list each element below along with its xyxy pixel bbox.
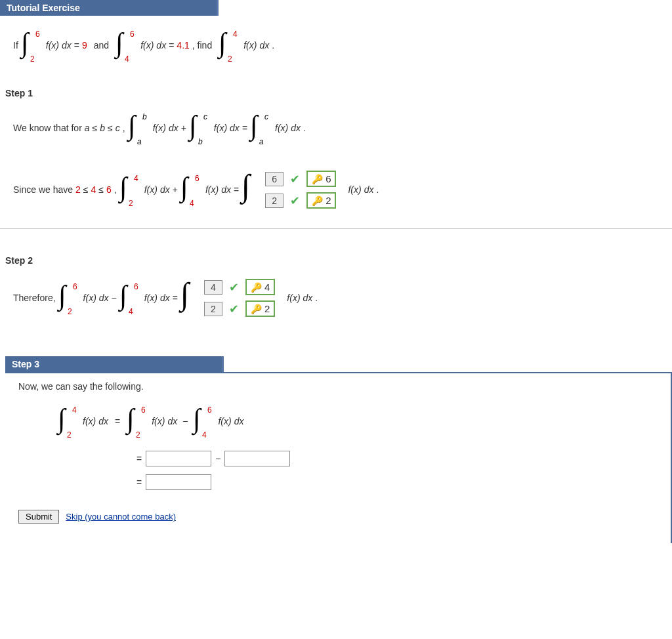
upper-bound: 6 — [130, 30, 135, 39]
period: . — [272, 40, 274, 51]
minus: − — [112, 293, 117, 303]
eq: = — [169, 40, 174, 51]
svg-text:∫: ∫ — [191, 403, 202, 436]
answer-upper: 4 — [204, 280, 222, 295]
svg-text:∫: ∫ — [187, 110, 198, 142]
submit-button[interactable]: Submit — [18, 510, 59, 524]
fx: f(x) — [348, 184, 361, 195]
integral-icon: ∫ 4 2 — [219, 29, 241, 62]
upper-bound: 4 — [233, 30, 238, 39]
lower-bound: 4 — [125, 54, 129, 64]
step3-title: Step 3 — [12, 359, 39, 369]
fx: f(x) — [144, 184, 158, 195]
svg-text:∫: ∫ — [248, 110, 259, 142]
lower-bound: 2 — [67, 430, 72, 440]
upper-bound: 4 — [72, 405, 77, 415]
upper-bound: 6 — [73, 282, 77, 291]
svg-text:∫: ∫ — [178, 276, 191, 313]
answer-lower: 2 — [265, 194, 284, 208]
upper-bound: 4 — [134, 174, 138, 183]
step3-eq2: = − — [136, 451, 658, 466]
step2-title: Step 2 — [5, 255, 659, 266]
tutorial-title: Tutorial Exercise — [7, 3, 80, 13]
upper-bound: 6 — [141, 405, 146, 415]
text-find: , find — [192, 40, 212, 51]
integral-icon: ∫ c b — [189, 112, 211, 144]
step1-title: Step 1 — [5, 88, 659, 98]
period: . — [315, 293, 318, 303]
svg-text:∫: ∫ — [217, 28, 228, 60]
text-if: If — [13, 40, 18, 51]
svg-text:∫: ∫ — [178, 172, 190, 204]
key-icon: 🔑 — [312, 174, 323, 184]
n6: 6 — [106, 184, 112, 195]
check-icon: ✔ — [229, 302, 239, 316]
key-val: 4 — [264, 281, 270, 293]
input-value2[interactable] — [224, 451, 290, 466]
fx: f(x) — [83, 416, 96, 426]
dx: dx — [156, 40, 166, 51]
b: b — [100, 123, 105, 133]
integral-icon: ∫ 6 4 — [193, 405, 215, 438]
svg-text:∫: ∫ — [117, 172, 129, 204]
step3-line1: Now, we can say the following. — [18, 381, 658, 392]
key-val: 2 — [264, 303, 270, 314]
step1-line2: Since we have 2 ≤ 4 ≤ 6 , ∫ 4 2 f(x) dx … — [13, 171, 659, 209]
upper-bound: 6 — [195, 174, 200, 183]
eq: = — [115, 416, 120, 426]
dx: dx — [167, 416, 177, 426]
key-val: 2 — [326, 195, 331, 206]
integral-icon: ∫ 6 2 — [21, 29, 43, 62]
fx: f(x) — [46, 40, 59, 51]
integral-icon: ∫ — [180, 279, 196, 316]
upper-bound: 6 — [207, 405, 212, 415]
fx: f(x) — [218, 416, 231, 426]
check-icon: ✔ — [229, 280, 239, 295]
svg-text:∫: ∫ — [117, 280, 129, 312]
step3-header: Step 3 — [5, 356, 224, 372]
eq: = — [136, 477, 142, 487]
upper-bound: 6 — [134, 282, 138, 291]
key-icon: 🔑 — [251, 304, 262, 314]
svg-text:∫: ∫ — [19, 28, 30, 60]
n4: 4 — [91, 184, 96, 195]
fx: f(x) — [144, 293, 158, 303]
integral-icon: ∫ c a — [250, 112, 272, 144]
lower-bound: 4 — [190, 199, 194, 208]
svg-text:∫: ∫ — [240, 168, 252, 205]
step3-eq1: ∫ 4 2 f(x) dx = ∫ 6 2 f(x) dx − ∫ 6 4 f(… — [58, 405, 658, 438]
lower-bound: b — [198, 137, 203, 146]
skip-link[interactable]: Skip (you cannot come back) — [66, 512, 176, 522]
step3-box: Now, we can say the following. ∫ 4 2 f(x… — [5, 372, 672, 543]
dx: dx — [160, 293, 170, 303]
value-4.1: 4.1 — [177, 40, 189, 51]
le: ≤ — [83, 184, 89, 195]
svg-text:∫: ∫ — [56, 403, 67, 436]
upper-bound: c — [203, 112, 207, 121]
text: We know that for — [13, 123, 82, 133]
fx: f(x) — [83, 293, 96, 303]
dx: dx — [169, 123, 178, 133]
fx: f(x) — [214, 123, 227, 133]
le: ≤ — [98, 184, 104, 195]
dx: dx — [291, 123, 301, 133]
input-value1[interactable] — [146, 451, 211, 466]
le: ≤ — [108, 123, 113, 133]
comma: , — [123, 123, 125, 133]
check-icon: ✔ — [290, 194, 300, 208]
dx: dx — [234, 416, 244, 426]
key-icon: 🔑 — [251, 282, 262, 293]
lower-bound: a — [137, 137, 142, 146]
input-result[interactable] — [146, 474, 211, 490]
svg-text:∫: ∫ — [125, 403, 136, 436]
plus: + — [181, 123, 186, 133]
integral-icon: ∫ 6 4 — [119, 281, 142, 314]
le: ≤ — [93, 123, 98, 133]
step1-line1: We know that for a ≤ b ≤ c , ∫ b a f(x) … — [13, 112, 659, 144]
key-answer-upper: 🔑6 — [306, 171, 336, 187]
lower-bound: 2 — [136, 430, 140, 440]
dx: dx — [62, 40, 72, 51]
a: a — [85, 123, 90, 133]
eq: = — [74, 40, 79, 51]
therefore: Therefore, — [13, 293, 56, 303]
